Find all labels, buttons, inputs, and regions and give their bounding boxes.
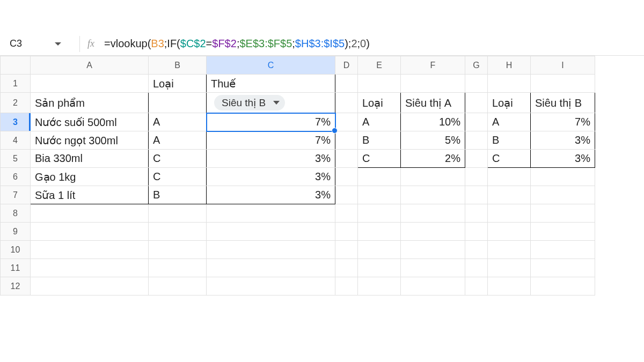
- empty-cell[interactable]: [401, 284, 465, 289]
- name-box-dropdown-icon[interactable]: [55, 42, 61, 46]
- column-header-B[interactable]: B: [149, 56, 207, 75]
- column-header-A[interactable]: A: [31, 56, 149, 75]
- empty-cell[interactable]: [358, 266, 400, 270]
- row-header-5[interactable]: 5: [1, 150, 31, 168]
- product-type[interactable]: C: [149, 150, 206, 167]
- empty-cell[interactable]: [335, 120, 357, 124]
- spreadsheet-grid[interactable]: ABCDEFGHI 1LoạiThuế2Sản phẩmSiêu thị BLo…: [0, 56, 595, 295]
- column-header-I[interactable]: I: [531, 56, 595, 75]
- column-header-H[interactable]: H: [488, 56, 531, 75]
- cell-B2[interactable]: [149, 101, 206, 105]
- name-box[interactable]: C3: [6, 36, 60, 51]
- cell-H2[interactable]: Loại: [488, 94, 530, 112]
- product-name[interactable]: Nước ngọt 300ml: [31, 132, 148, 149]
- empty-cell[interactable]: [358, 230, 400, 234]
- empty-cell[interactable]: [358, 248, 400, 252]
- empty-cell[interactable]: [531, 230, 595, 234]
- empty-cell[interactable]: [207, 230, 335, 234]
- product-name[interactable]: Sữa 1 lít: [31, 187, 148, 204]
- cell-F2[interactable]: Siêu thị A: [401, 94, 465, 112]
- lookupB-key[interactable]: C: [488, 150, 530, 167]
- empty-cell[interactable]: [358, 193, 400, 197]
- row-header-1[interactable]: 1: [1, 75, 31, 93]
- empty-cell[interactable]: [465, 138, 487, 143]
- empty-cell[interactable]: [465, 175, 487, 179]
- cell-C1[interactable]: Thuế: [207, 75, 335, 92]
- empty-cell[interactable]: [488, 284, 530, 289]
- empty-cell[interactable]: [31, 82, 148, 86]
- empty-cell[interactable]: [207, 266, 335, 270]
- empty-cell[interactable]: [465, 157, 487, 161]
- product-type[interactable]: A: [149, 114, 206, 130]
- row-header-2[interactable]: 2: [1, 93, 31, 113]
- empty-cell[interactable]: [401, 82, 465, 86]
- row-header-3[interactable]: 3: [1, 113, 31, 131]
- row-header-8[interactable]: 8: [1, 204, 31, 223]
- product-type[interactable]: C: [149, 168, 206, 185]
- cell-E2[interactable]: Loại: [358, 94, 400, 112]
- lookupB-key[interactable]: A: [488, 114, 530, 130]
- empty-cell[interactable]: [531, 248, 595, 252]
- column-header-G[interactable]: G: [465, 56, 488, 75]
- product-name[interactable]: Nước suối 500ml: [31, 114, 148, 131]
- empty-cell[interactable]: [207, 248, 335, 252]
- empty-cell[interactable]: [149, 230, 206, 234]
- lookupA-val[interactable]: 10%: [401, 114, 465, 130]
- empty-cell[interactable]: [465, 120, 487, 124]
- empty-cell[interactable]: [465, 211, 487, 216]
- empty-cell[interactable]: [335, 266, 357, 270]
- empty-cell[interactable]: [358, 211, 400, 216]
- supermarket-dropdown[interactable]: Siêu thị B: [214, 95, 285, 110]
- empty-cell[interactable]: [358, 82, 400, 86]
- empty-cell[interactable]: [358, 175, 400, 179]
- empty-cell[interactable]: [488, 266, 530, 270]
- empty-cell[interactable]: [401, 230, 465, 234]
- empty-cell[interactable]: [31, 211, 148, 216]
- lookupB-key[interactable]: B: [488, 132, 530, 149]
- empty-cell[interactable]: [335, 248, 357, 252]
- row-header-4[interactable]: 4: [1, 131, 31, 150]
- empty-cell[interactable]: [358, 284, 400, 289]
- empty-cell[interactable]: [207, 284, 335, 289]
- empty-cell[interactable]: [531, 193, 595, 197]
- empty-cell[interactable]: [401, 175, 465, 179]
- row-header-9[interactable]: 9: [1, 223, 31, 241]
- select-all-corner[interactable]: [1, 56, 31, 75]
- cell-I2[interactable]: Siêu thị B: [531, 94, 595, 112]
- empty-cell[interactable]: [531, 82, 595, 86]
- lookupB-val[interactable]: 3%: [531, 132, 595, 149]
- product-tax[interactable]: 7%: [207, 132, 335, 149]
- empty-cell[interactable]: [488, 211, 530, 216]
- product-type[interactable]: A: [149, 132, 206, 149]
- product-name[interactable]: Gạo 1kg: [31, 168, 148, 186]
- column-header-D[interactable]: D: [335, 56, 358, 75]
- product-tax[interactable]: 7%: [207, 114, 335, 130]
- empty-cell[interactable]: [149, 284, 206, 289]
- product-tax[interactable]: 3%: [207, 168, 335, 185]
- empty-cell[interactable]: [401, 211, 465, 216]
- empty-cell[interactable]: [401, 266, 465, 270]
- empty-cell[interactable]: [531, 175, 595, 179]
- row-header-12[interactable]: 12: [1, 277, 31, 295]
- product-tax[interactable]: 3%: [207, 187, 335, 203]
- lookupA-val[interactable]: 5%: [401, 132, 465, 149]
- empty-cell[interactable]: [335, 82, 357, 86]
- row-header-10[interactable]: 10: [1, 241, 31, 259]
- empty-cell[interactable]: [488, 230, 530, 234]
- lookupA-val[interactable]: 2%: [401, 150, 465, 167]
- empty-cell[interactable]: [149, 266, 206, 270]
- column-header-C[interactable]: C: [207, 56, 335, 75]
- empty-cell[interactable]: [465, 248, 487, 252]
- lookupA-key[interactable]: B: [358, 132, 400, 149]
- row-header-11[interactable]: 11: [1, 259, 31, 277]
- empty-cell[interactable]: [465, 193, 487, 197]
- empty-cell[interactable]: [31, 230, 148, 234]
- empty-cell[interactable]: [401, 193, 465, 197]
- product-name[interactable]: Bia 330ml: [31, 150, 148, 167]
- empty-cell[interactable]: [335, 211, 357, 216]
- empty-cell[interactable]: [465, 266, 487, 270]
- empty-cell[interactable]: [335, 284, 357, 289]
- empty-cell[interactable]: [31, 248, 148, 252]
- lookupA-key[interactable]: A: [358, 114, 400, 130]
- empty-cell[interactable]: [31, 266, 148, 270]
